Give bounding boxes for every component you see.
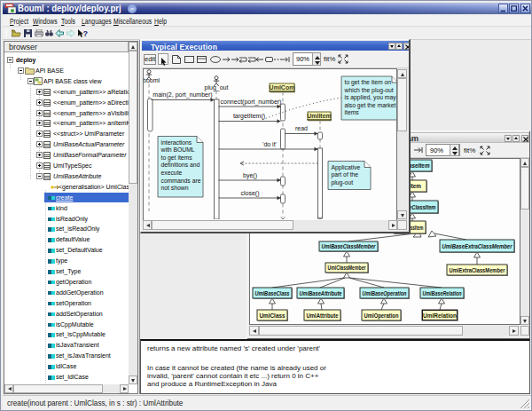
- svg-text:part of the: part of the: [332, 171, 359, 178]
- svg-text:UmlBaseClass: UmlBaseClass: [255, 290, 290, 296]
- svg-text:plug_out: plug_out: [205, 84, 229, 91]
- svg-text:UmlClass: UmlClass: [260, 312, 286, 319]
- svg-text:execute: execute: [161, 170, 183, 176]
- svg-text:UmlBaseOperation: UmlBaseOperation: [363, 290, 407, 297]
- svg-text:'do it': 'do it': [262, 141, 277, 147]
- svg-text:bouml: bouml: [144, 77, 160, 83]
- svg-text:plug-out: plug-out: [332, 179, 354, 186]
- svg-text:UmlBaseExtraClassMember: UmlBaseExtraClassMember: [442, 243, 512, 249]
- svg-text:targetItem(): targetItem(): [233, 113, 265, 120]
- svg-text:also get the market: also get the market: [345, 102, 396, 109]
- svg-text:to get the item on: to get the item on: [345, 79, 392, 86]
- svg-text:connect(port_number): connect(port_number): [221, 99, 282, 106]
- svg-text:is applied, you may: is applied, you may: [345, 94, 397, 101]
- svg-text:UmlBaseClassMember: UmlBaseClassMember: [322, 243, 376, 249]
- svg-text:?: ?: [83, 29, 89, 38]
- svg-text:UmlItem: UmlItem: [307, 113, 332, 119]
- svg-text:UmlOperation: UmlOperation: [364, 312, 399, 320]
- svg-text:which the plug-out: which the plug-out: [344, 87, 394, 94]
- svg-text:Applicative: Applicative: [332, 164, 361, 171]
- svg-text:UmlExtraClassMember: UmlExtraClassMember: [450, 267, 505, 273]
- svg-text:UmlCom: UmlCom: [270, 84, 295, 91]
- svg-text:UmlBaseRelation: UmlBaseRelation: [423, 290, 462, 296]
- svg-text:UmlBaseAttribute: UmlBaseAttribute: [300, 290, 342, 296]
- svg-text:to get items: to get items: [161, 154, 193, 162]
- svg-text:definitions and: definitions and: [161, 162, 200, 168]
- svg-text:not shown: not shown: [161, 185, 189, 191]
- svg-text:items: items: [345, 109, 360, 115]
- svg-text:read: read: [295, 125, 308, 131]
- svg-text:UmlAttribute: UmlAttribute: [307, 312, 339, 319]
- svg-text:UmlClassMember: UmlClassMember: [328, 265, 366, 271]
- svg-text:bye(): bye(): [243, 172, 257, 179]
- svg-text:close(): close(): [240, 190, 259, 197]
- svg-text:main(2, port_number): main(2, port_number): [153, 91, 212, 99]
- svg-text:commands are: commands are: [161, 178, 201, 184]
- svg-text:with BOUML: with BOUML: [160, 146, 195, 153]
- svg-text:interactions: interactions: [161, 139, 192, 146]
